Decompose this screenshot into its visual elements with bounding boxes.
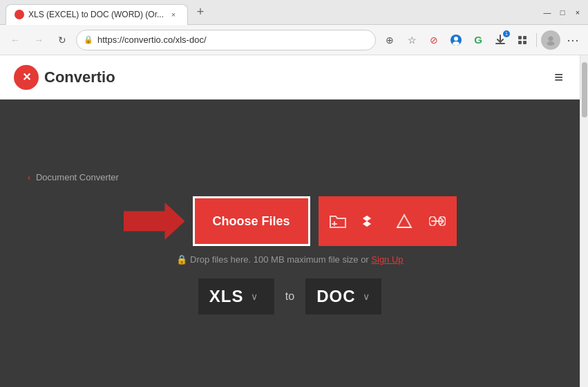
svg-point-7 xyxy=(549,36,553,41)
dropbox-button[interactable] xyxy=(360,210,382,232)
hamburger-menu-button[interactable]: ≡ xyxy=(551,66,566,89)
g-icon[interactable]: G xyxy=(468,30,488,50)
svg-point-1 xyxy=(454,37,458,41)
svg-rect-3 xyxy=(518,36,522,39)
folder-upload-button[interactable] xyxy=(327,210,349,232)
url-bar[interactable]: 🔒 https://convertio.co/xls-doc/ xyxy=(76,30,376,50)
browser-frame: XLS (EXCEL) to DOC (WORD) (Or... × + — □… xyxy=(0,0,588,387)
url-text: https://convertio.co/xls-doc/ xyxy=(97,35,368,45)
svg-point-8 xyxy=(547,41,555,46)
more-menu-button[interactable]: ⋯ xyxy=(563,30,582,50)
tab-title: XLS (EXCEL) to DOC (WORD) (Or... xyxy=(28,10,164,19)
target-format-select[interactable]: DOC ∨ xyxy=(305,279,381,314)
reload-button[interactable]: ↻ xyxy=(53,30,72,50)
logo: Convertio xyxy=(14,65,115,90)
target-format-label: DOC xyxy=(316,287,355,306)
source-format-label: XLS xyxy=(209,287,244,306)
target-dropdown-arrow: ∨ xyxy=(363,291,370,302)
upload-section: Choose Files xyxy=(14,196,566,314)
link-upload-button[interactable] xyxy=(426,210,448,232)
sign-up-link[interactable]: Sign Up xyxy=(371,254,403,265)
source-format-select[interactable]: XLS ∨ xyxy=(198,279,274,314)
converter-row: XLS ∨ to DOC ∨ xyxy=(198,279,381,314)
tab-favicon xyxy=(15,10,24,19)
page-inner: Convertio ≡ ‹ Document Converter xyxy=(0,55,580,387)
lock-small-icon: 🔒 xyxy=(176,254,187,265)
to-label: to xyxy=(285,290,294,303)
choose-files-button[interactable]: Choose Files xyxy=(193,196,310,246)
main-content: ‹ Document Converter Choose Files xyxy=(0,100,580,387)
red-arrow xyxy=(124,202,184,240)
source-dropdown-arrow: ∨ xyxy=(251,291,258,302)
window-controls: — □ × xyxy=(542,8,582,17)
drop-label: Drop files here. 100 MB maximum file siz… xyxy=(190,254,369,265)
address-bar: ← → ↻ 🔒 https://convertio.co/xls-doc/ ⊕ … xyxy=(0,25,588,55)
svg-point-2 xyxy=(453,41,459,46)
lock-icon: 🔒 xyxy=(84,35,93,44)
tab-close-button[interactable]: × xyxy=(168,9,179,20)
title-bar: XLS (EXCEL) to DOC (WORD) (Or... × + — □… xyxy=(0,0,588,25)
forward-button[interactable]: → xyxy=(29,30,48,50)
active-tab[interactable]: XLS (EXCEL) to DOC (WORD) (Or... × xyxy=(6,4,188,25)
google-drive-button[interactable] xyxy=(393,210,415,232)
breadcrumb-arrow: ‹ xyxy=(28,172,30,182)
logo-text: Convertio xyxy=(44,68,115,86)
search-toolbar-icon[interactable]: ⊕ xyxy=(380,30,399,50)
svg-rect-4 xyxy=(523,36,527,39)
scrollbar[interactable] xyxy=(580,55,588,387)
toolbar-separator xyxy=(536,33,537,47)
svg-rect-5 xyxy=(518,41,522,44)
profile-icon[interactable] xyxy=(541,30,560,50)
minimize-button[interactable]: — xyxy=(542,8,552,17)
site-header: Convertio ≡ xyxy=(0,55,580,100)
breadcrumb: ‹ Document Converter xyxy=(28,172,119,182)
download-icon[interactable]: 1 xyxy=(491,30,510,50)
maximize-button[interactable]: □ xyxy=(558,8,567,17)
back-button[interactable]: ← xyxy=(6,30,25,50)
page-content: Convertio ≡ ‹ Document Converter xyxy=(0,55,588,387)
scrollbar-thumb[interactable] xyxy=(582,62,587,117)
upload-options xyxy=(319,196,457,246)
new-tab-button[interactable]: + xyxy=(191,3,210,22)
close-window-button[interactable]: × xyxy=(573,8,582,17)
toolbar-icons: ⊕ ☆ ⊘ G 1 ⋯ xyxy=(380,30,582,50)
svg-rect-6 xyxy=(523,41,527,44)
tab-bar: XLS (EXCEL) to DOC (WORD) (Or... × + xyxy=(6,0,542,24)
user-circle-icon[interactable] xyxy=(446,30,466,50)
star-icon[interactable]: ☆ xyxy=(402,30,421,50)
svg-marker-9 xyxy=(124,203,184,239)
breadcrumb-label: Document Converter xyxy=(36,172,119,182)
drop-text: 🔒 Drop files here. 100 MB maximum file s… xyxy=(176,254,403,265)
logo-icon xyxy=(14,65,39,90)
block-icon[interactable]: ⊘ xyxy=(424,30,444,50)
upload-row: Choose Files xyxy=(124,196,457,246)
extensions-icon[interactable] xyxy=(513,30,532,50)
